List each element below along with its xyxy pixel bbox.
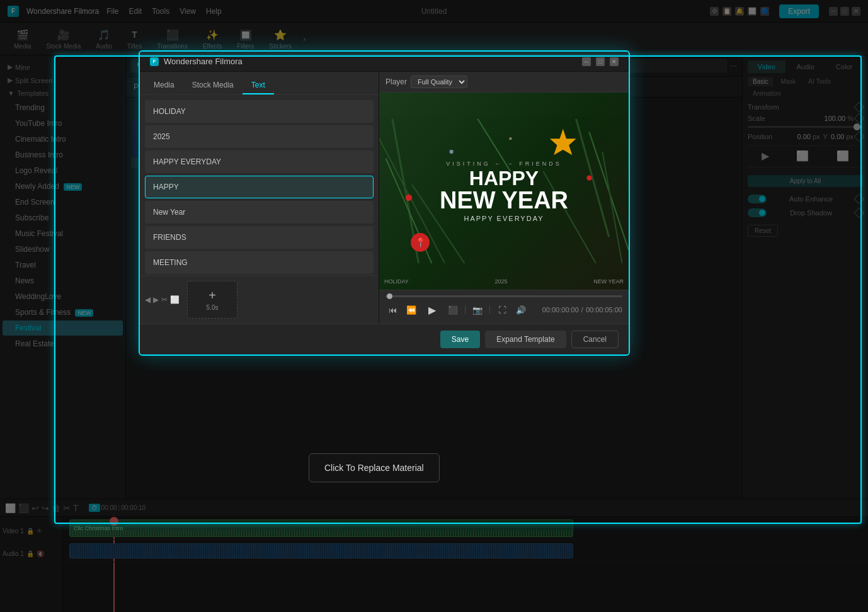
modal-tabs: Media Stock Media Text [140, 72, 379, 95]
bottom-label-2: 2025 [494, 278, 507, 285]
slot-back-icon[interactable]: ◀ [145, 295, 151, 304]
modal-tab-text[interactable]: Text [243, 77, 274, 94]
time-display-group: 00:00:00:00 / 00:00:05:00 [542, 306, 622, 314]
preview-location-icon: 📍 [411, 233, 430, 252]
slot-controls: ◀ ▶ ✂ ⬜ [145, 295, 180, 304]
cancel-button[interactable]: Cancel [571, 331, 619, 348]
modal-title-text: Wondershare Filmora [164, 57, 243, 66]
preview-bottom-bar: HOLIDAY 2025 NEW YEAR [384, 278, 624, 285]
svg-point-12 [450, 150, 454, 154]
slot-duration: 5.0s [207, 304, 219, 311]
modal-quality-select[interactable]: Full Quality [411, 76, 467, 88]
modal-footer: Save Expand Template Cancel [140, 324, 629, 354]
modal-left-pane: Media Stock Media Text HOLIDAY 2025 HAPP… [140, 72, 379, 324]
preview-new-year-text: NEW YEAR [440, 188, 568, 212]
save-button[interactable]: Save [440, 331, 480, 348]
modal-window-buttons: ─ □ ✕ [582, 57, 619, 66]
expand-template-button[interactable]: Expand Template [485, 331, 566, 348]
modal-title-bar: F Wondershare Filmora ─ □ ✕ [140, 52, 629, 72]
modal-tab-media[interactable]: Media [145, 77, 183, 94]
prev-frame-button[interactable]: ⏮ [385, 303, 399, 317]
preview-holiday-text: VISITING ← → FRIENDS [440, 161, 568, 167]
volume-button[interactable]: 🔊 [514, 303, 528, 317]
text-item-friends[interactable]: FRIENDS [145, 226, 374, 249]
modal-body: Media Stock Media Text HOLIDAY 2025 HAPP… [140, 72, 629, 324]
template-modal: F Wondershare Filmora ─ □ ✕ Media Stock … [139, 50, 630, 356]
modal-maximize-button[interactable]: □ [596, 57, 605, 66]
modal-right-pane: Player Full Quality [379, 72, 629, 324]
text-item-happy-everyday[interactable]: HAPPY EVERYDAY [145, 150, 374, 173]
preview-progress-bar[interactable] [385, 295, 622, 297]
svg-point-9 [406, 195, 412, 201]
modal-close-button[interactable]: ✕ [610, 57, 619, 66]
play-button[interactable]: ▶ [423, 301, 441, 319]
plus-icon: + [208, 288, 216, 303]
preview-happy-text: HAPPY [440, 168, 568, 188]
modal-tab-stock[interactable]: Stock Media [183, 77, 243, 94]
time-total: 00:00:05:00 [586, 306, 622, 314]
separator-ctrl-2 [489, 305, 490, 314]
bottom-label-1: HOLIDAY [384, 278, 409, 285]
replace-material-text: Click To Replace Material [324, 463, 424, 473]
text-item-holiday[interactable]: HOLIDAY [145, 100, 374, 123]
slot-fwd-icon[interactable]: ▶ [153, 295, 159, 304]
template-slot-area: ◀ ▶ ✂ ⬜ + 5.0s [140, 275, 379, 324]
modal-overlay: F Wondershare Filmora ─ □ ✕ Media Stock … [0, 0, 868, 612]
svg-point-10 [586, 175, 591, 180]
time-current: 00:00:00:00 [542, 306, 579, 314]
slot-copy-icon[interactable]: ⬜ [170, 295, 180, 304]
template-add-slot[interactable]: + 5.0s [187, 281, 237, 319]
text-item-happy[interactable]: HAPPY [145, 176, 374, 198]
preview-text-overlay: VISITING ← → FRIENDS HAPPY NEW YEAR HAPP… [440, 161, 568, 222]
text-list: HOLIDAY 2025 HAPPY EVERYDAY HAPPY New Ye… [140, 95, 379, 275]
text-item-2025[interactable]: 2025 [145, 125, 374, 148]
modal-preview-canvas: VISITING ← → FRIENDS HAPPY NEW YEAR HAPP… [379, 93, 629, 290]
modal-preview-label: Player [385, 77, 407, 86]
bottom-label-3: NEW YEAR [593, 278, 624, 285]
timeline-controls: ⏮ ⏪ ▶ ⬛ 📷 ⛶ 🔊 [385, 301, 528, 319]
modal-preview-header: Player Full Quality [379, 72, 629, 93]
replace-material-tooltip[interactable]: Click To Replace Material [309, 453, 440, 482]
snapshot-button[interactable]: 📷 [471, 303, 484, 317]
svg-line-5 [602, 152, 622, 263]
stop-button[interactable]: ⬛ [446, 303, 460, 317]
separator-ctrl [465, 305, 465, 314]
preview-controls-row: ⏮ ⏪ ▶ ⬛ 📷 ⛶ 🔊 00:00:00:00 / [385, 301, 622, 319]
step-back-button[interactable]: ⏪ [404, 303, 418, 317]
modal-minimize-button[interactable]: ─ [582, 57, 591, 66]
text-item-newyear[interactable]: New Year [145, 201, 374, 224]
preview-everyday-text: HAPPY EVERYDAY [440, 215, 568, 222]
fullscreen-button[interactable]: ⛶ [495, 303, 509, 317]
progress-dot [387, 293, 392, 299]
modal-logo: F [150, 57, 159, 66]
svg-marker-11 [550, 129, 576, 156]
modal-title-group: F Wondershare Filmora [150, 57, 243, 66]
slot-cut-icon[interactable]: ✂ [161, 295, 168, 304]
modal-preview-timeline: ⏮ ⏪ ▶ ⬛ 📷 ⛶ 🔊 00:00:00:00 / [379, 290, 629, 324]
text-item-meeting[interactable]: MEETING [145, 251, 374, 274]
svg-point-13 [509, 137, 511, 140]
